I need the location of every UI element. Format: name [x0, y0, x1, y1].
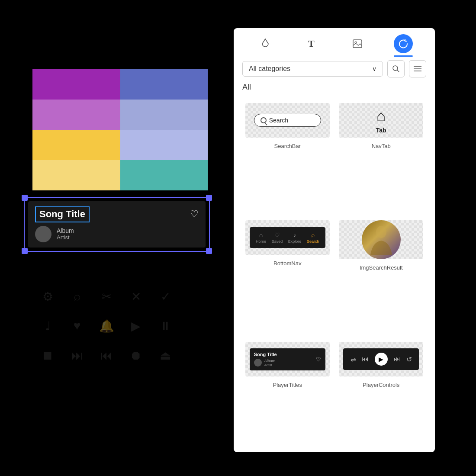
icon-music-note: ♩: [35, 313, 61, 339]
resize-handle-tr[interactable]: [206, 195, 212, 201]
comp-cell-bottomnav[interactable]: ⌂ Home ♡ Saved ♪ Explore ⌕ Search: [241, 213, 334, 335]
icon-record: ⏺: [123, 342, 149, 368]
bnav-search-label: Search: [307, 239, 319, 244]
search-circle-icon: [261, 117, 267, 123]
favorite-icon[interactable]: ♡: [190, 209, 199, 220]
comp-cell-playertitles[interactable]: Song Title Album Artist ♡ PlayerTitles: [241, 335, 334, 452]
icon-scissors: ✂: [93, 283, 119, 309]
svg-rect-0: [353, 40, 362, 48]
search-nav-icon: ⌕: [311, 232, 315, 238]
player-album-art: [254, 359, 262, 367]
imgsearchresult-preview: [339, 220, 423, 259]
img-result-mock: [362, 220, 401, 259]
color-swatch-lavender[interactable]: [120, 100, 208, 130]
searchbar-mock: Search: [254, 114, 321, 127]
svg-line-3: [397, 70, 399, 72]
icon-prev: ⏮: [93, 342, 119, 368]
color-swatch-purple-dark[interactable]: [32, 69, 120, 100]
searchbar-label: SearchBar: [274, 143, 301, 149]
comp-cell-searchbar[interactable]: Search SearchBar: [241, 96, 334, 213]
bottomnav-label: BottomNav: [273, 260, 301, 267]
svg-point-7: [376, 226, 386, 238]
imgsearchresult-label: ImgSearchResult: [360, 264, 403, 271]
album-name: Album: [57, 227, 74, 234]
toolbar-refresh-icon[interactable]: [394, 34, 413, 53]
navtab-label: NavTab: [372, 143, 391, 149]
color-swatch-yellow[interactable]: [32, 130, 120, 160]
bottomnav-preview: ⌂ Home ♡ Saved ♪ Explore ⌕ Search: [245, 220, 330, 255]
search-filter-button[interactable]: [387, 60, 405, 77]
icon-grid: ⚙ ⌕ ✂ ✕ ✓ ♩ ♥ 🔔 ▶ ⏸ ⏹ ⏭ ⏮ ⏺ ⏏: [35, 283, 178, 398]
icon-settings: ⚙: [35, 283, 61, 309]
toolbar-text-icon[interactable]: T: [302, 34, 321, 53]
color-swatch-teal[interactable]: [120, 160, 208, 190]
toolbar-image-icon[interactable]: [348, 34, 367, 53]
icon-play: ▶: [123, 313, 149, 339]
icon-stop: ⏹: [35, 342, 61, 368]
bnav-home: ⌂ Home: [256, 232, 266, 244]
bnav-explore: ♪ Explore: [288, 232, 302, 244]
all-label: All: [234, 83, 435, 96]
tab-label: Tab: [376, 127, 386, 134]
resize-handle-tl[interactable]: [22, 195, 28, 201]
color-swatch-purple-light[interactable]: [32, 100, 120, 130]
bnav-home-label: Home: [256, 239, 266, 244]
resize-handle-bl[interactable]: [22, 248, 28, 254]
palette-row-1: [32, 69, 208, 100]
bnav-saved: ♡ Saved: [272, 232, 283, 244]
bnav-saved-label: Saved: [272, 239, 283, 244]
category-label: All categories: [249, 65, 290, 73]
song-card-top-row: Song Title ♡: [35, 206, 199, 222]
next-track-icon: ⏭: [393, 355, 400, 363]
icon-pause: ⏸: [152, 313, 178, 339]
resize-handle-br[interactable]: [206, 248, 212, 254]
explore-nav-icon: ♪: [293, 232, 296, 238]
color-swatch-periwinkle[interactable]: [120, 130, 208, 160]
playertitles-mock: Song Title Album Artist ♡: [250, 348, 325, 370]
playertitles-label: PlayerTitles: [273, 382, 302, 388]
home-icon: ⌂: [376, 107, 386, 125]
chevron-down-icon: ∨: [372, 65, 376, 72]
icon-eject: ⏏: [152, 342, 178, 368]
icon-next: ⏭: [64, 342, 90, 368]
menu-filter-button[interactable]: [409, 60, 426, 77]
repeat-icon: ↺: [406, 355, 412, 363]
player-favorite-icon[interactable]: ♡: [316, 356, 321, 363]
player-titles-left: Song Title Album Artist: [254, 352, 277, 367]
song-title-text: Song Title: [35, 206, 90, 222]
bnav-explore-label: Explore: [288, 239, 302, 244]
player-sub-row: Album Artist: [254, 359, 277, 367]
category-dropdown[interactable]: All categories ∨: [242, 61, 383, 77]
player-artist: Artist: [264, 363, 276, 367]
shuffle-icon: ⇌: [351, 355, 356, 363]
song-title-card[interactable]: Song Title ♡ Album Artist: [28, 201, 206, 248]
icon-bell: 🔔: [93, 313, 119, 339]
player-meta: Album Artist: [264, 359, 276, 367]
color-swatch-indigo[interactable]: [120, 69, 208, 100]
bnav-search: ⌕ Search: [307, 232, 319, 244]
prev-track-icon: ⏮: [362, 355, 369, 363]
right-panel: T All categories ∨: [234, 28, 435, 452]
selected-component-wrapper: Song Title ♡ Album Artist: [24, 197, 210, 252]
palette-row-3: [32, 130, 208, 160]
navtab-preview: ⌂ Tab: [339, 103, 423, 138]
toolbar-droplet-icon[interactable]: [256, 34, 275, 53]
icon-heart: ♥: [64, 313, 90, 339]
filter-bar: All categories ∨: [234, 53, 435, 83]
player-album: Album: [264, 359, 276, 363]
icon-check: ✓: [152, 283, 178, 309]
panel-toolbar: T: [234, 28, 435, 53]
player-song-title: Song Title: [254, 352, 277, 357]
component-grid: Search SearchBar ⌂ Tab NavTab ⌂ Home: [234, 96, 435, 452]
comp-cell-imgsearchresult[interactable]: ImgSearchResult: [334, 213, 428, 335]
playercontrols-label: PlayerControls: [363, 382, 399, 388]
play-button[interactable]: ▶: [375, 353, 388, 366]
song-card-bottom-row: Album Artist: [35, 226, 199, 242]
artist-name: Artist: [57, 234, 74, 241]
comp-cell-playercontrols[interactable]: ⇌ ⏮ ▶ ⏭ ↺ PlayerControls: [334, 335, 428, 452]
color-swatch-yellow-light[interactable]: [32, 160, 120, 190]
searchbar-text: Search: [269, 117, 288, 124]
icon-search: ⌕: [64, 283, 90, 309]
comp-cell-navtab[interactable]: ⌂ Tab NavTab: [334, 96, 428, 213]
palette-row-4: [32, 160, 208, 190]
